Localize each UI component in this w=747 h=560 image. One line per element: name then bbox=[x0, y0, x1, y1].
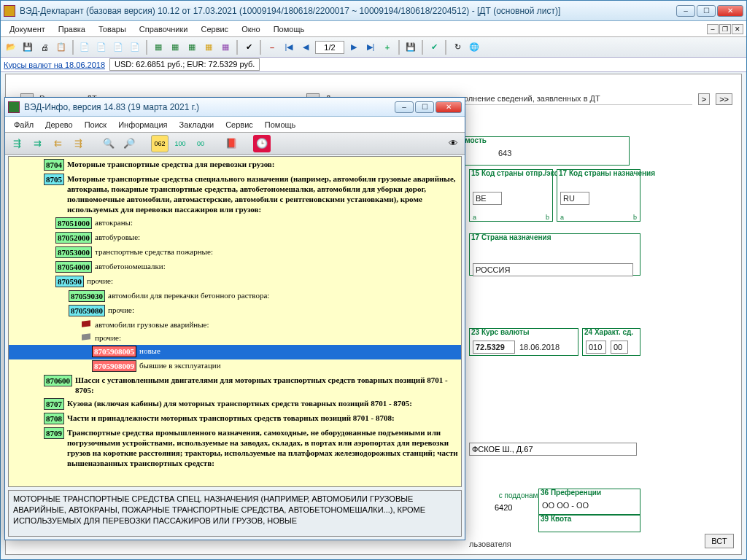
st-zoom-icon[interactable]: 🔎 bbox=[120, 135, 138, 152]
menu-document[interactable]: Документ bbox=[4, 23, 51, 35]
addr-value[interactable]: ФСКОЕ Ш., Д.67 bbox=[469, 443, 637, 456]
tree-row-8707[interactable]: 8707 Кузова (включая кабины) для моторны… bbox=[9, 397, 461, 412]
box39-label: 39 Квота bbox=[541, 515, 571, 523]
decision-next[interactable]: > bbox=[698, 93, 710, 105]
mdi-close[interactable]: ✕ bbox=[732, 24, 743, 34]
sub-close[interactable]: ✕ bbox=[436, 101, 462, 113]
tb-refresh-icon[interactable]: ↻ bbox=[450, 40, 465, 55]
box17b-label: 17 Страна назначения bbox=[471, 233, 551, 241]
tree-row-87052000[interactable]: 87052000 автобуровые: bbox=[9, 231, 461, 246]
rate-link[interactable]: Курсы валют на 18.06.2018 bbox=[4, 61, 105, 69]
tb-new-icon[interactable]: ✔ bbox=[241, 40, 256, 55]
code-8708: 8708 bbox=[44, 413, 64, 424]
tb-excel2-icon[interactable]: ▦ bbox=[168, 40, 182, 55]
box17b-value[interactable]: РОССИЯ bbox=[473, 263, 633, 276]
box23-rate[interactable]: 72.5329 bbox=[473, 341, 515, 354]
tree-row-87053000[interactable]: 87053000 транспортные средства пожарные: bbox=[9, 246, 461, 260]
tb-save2-icon[interactable]: 💾 bbox=[403, 40, 418, 55]
menu-service[interactable]: Сервис bbox=[195, 23, 234, 35]
sm-bookmarks[interactable]: Закладки bbox=[174, 119, 220, 131]
tb-minus-icon[interactable]: – bbox=[265, 40, 279, 55]
menu-help[interactable]: Помощь bbox=[268, 23, 311, 35]
st-search-icon[interactable]: 🔍 bbox=[100, 135, 117, 152]
box24-v1[interactable]: 010 bbox=[586, 341, 606, 354]
tb-excel4-icon[interactable]: ▦ bbox=[201, 40, 216, 55]
st-00-icon[interactable]: 00 bbox=[192, 135, 209, 152]
menu-references[interactable]: Справочники bbox=[133, 23, 194, 35]
tb-world-icon[interactable]: 🌐 bbox=[467, 40, 481, 55]
tb-check-icon[interactable]: ✔ bbox=[427, 40, 441, 55]
tb-next-icon[interactable]: ▶ bbox=[347, 40, 361, 55]
tb-doc1-icon[interactable]: 📄 bbox=[77, 40, 92, 55]
sm-service[interactable]: Сервис bbox=[220, 119, 259, 131]
maximize-button[interactable]: ☐ bbox=[697, 5, 716, 17]
tb-last-icon[interactable]: ▶| bbox=[363, 40, 378, 55]
st-100-icon[interactable]: 100 bbox=[171, 135, 189, 152]
sm-search[interactable]: Поиск bbox=[79, 119, 112, 131]
tb-plus-icon[interactable]: + bbox=[380, 40, 395, 55]
tb-prev-icon[interactable]: ◀ bbox=[298, 40, 313, 55]
tb-excel-icon[interactable]: ▦ bbox=[151, 40, 166, 55]
code-87059030: 87059030 bbox=[69, 290, 105, 302]
page-indicator[interactable] bbox=[315, 41, 344, 54]
tree-scroll[interactable]: 8704 Моторные транспортные средства для … bbox=[9, 157, 461, 486]
st-eye-icon[interactable]: 👁 bbox=[444, 135, 462, 152]
tree-row-8705908005[interactable]: 8705908005 новые bbox=[9, 345, 461, 359]
sub-titlebar: ВЭД-Инфо, версия 14.83 (19 марта 2021 г.… bbox=[5, 98, 465, 117]
tree-row-leaf1[interactable]: автомобили грузовые аварийные: bbox=[9, 319, 461, 332]
tree-row-leaf2[interactable]: прочие: bbox=[9, 332, 461, 345]
tree-row-8709[interactable]: 8709 Транспортные средства промышленного… bbox=[9, 427, 461, 470]
tree-row-8704[interactable]: 8704 Моторные транспортные средства для … bbox=[9, 158, 461, 173]
st-062-icon[interactable]: 062 bbox=[151, 135, 169, 152]
tb-copy-icon[interactable]: 📋 bbox=[54, 40, 69, 55]
code-87059080: 87059080 bbox=[69, 305, 105, 316]
tree-row-87054000[interactable]: 87054000 автобетономешалки: bbox=[9, 260, 461, 275]
sm-tree[interactable]: Дерево bbox=[39, 119, 79, 131]
tree-row-87059030[interactable]: 87059030 автомобили для перекачки бетонн… bbox=[9, 289, 461, 304]
menu-goods[interactable]: Товары bbox=[93, 23, 132, 35]
sm-help[interactable]: Помощь bbox=[259, 119, 302, 131]
code-870590: 870590 bbox=[55, 276, 84, 287]
minimize-button[interactable]: – bbox=[676, 5, 695, 17]
tree-row-870590[interactable]: 870590 прочие: bbox=[9, 275, 461, 289]
st-clock-icon[interactable]: 🕒 bbox=[253, 135, 271, 152]
tb-open-icon[interactable]: 📂 bbox=[4, 40, 18, 55]
st-tree-icon[interactable]: ⇶ bbox=[8, 135, 26, 152]
tb-first-icon[interactable]: |◀ bbox=[282, 40, 296, 55]
tb-excel3-icon[interactable]: ▦ bbox=[185, 40, 199, 55]
mdi-minimize[interactable]: – bbox=[707, 24, 719, 34]
box24-v2[interactable]: 00 bbox=[611, 341, 628, 354]
tb-print-icon[interactable]: 🖨 bbox=[37, 40, 52, 55]
tree-row-8708[interactable]: 8708 Части и принадлежности моторных тра… bbox=[9, 412, 461, 427]
decision-dbl-next[interactable]: >> bbox=[716, 93, 732, 105]
st-collapse2-icon[interactable]: ⇶ bbox=[69, 135, 87, 152]
tree-row-87059080[interactable]: 87059080 прочие: bbox=[9, 304, 461, 319]
code-8705908005: 8705908005 bbox=[92, 346, 136, 357]
menu-window[interactable]: Окно bbox=[236, 23, 266, 35]
bst-button[interactable]: ВСТ bbox=[705, 534, 734, 548]
tb-doc2-icon[interactable]: 📄 bbox=[94, 40, 109, 55]
mdi-restore[interactable]: ❐ bbox=[719, 24, 731, 34]
tb-doc4-icon[interactable]: 📄 bbox=[128, 40, 142, 55]
sm-info[interactable]: Информация bbox=[112, 119, 173, 131]
tree-area: 8704 Моторные транспортные средства для … bbox=[8, 156, 462, 487]
menu-edit[interactable]: Правка bbox=[53, 23, 91, 35]
tb-doc3-icon[interactable]: 📄 bbox=[111, 40, 125, 55]
sub-minimize[interactable]: – bbox=[395, 101, 414, 113]
st-expand-icon[interactable]: ⇉ bbox=[28, 135, 46, 152]
box15-value[interactable]: BE bbox=[473, 192, 502, 205]
box17-value[interactable]: RU bbox=[560, 192, 589, 205]
tb-save-icon[interactable]: 💾 bbox=[20, 40, 35, 55]
b15-a: a bbox=[473, 214, 476, 221]
close-button[interactable]: ✕ bbox=[717, 5, 743, 17]
tree-row-8705908009[interactable]: 8705908009 бывшие в эксплуатации bbox=[9, 359, 461, 374]
st-book-icon[interactable]: 📕 bbox=[222, 135, 240, 152]
tree-row-8705[interactable]: 8705 Моторные транспортные средства спец… bbox=[9, 173, 461, 217]
st-collapse-icon[interactable]: ⇇ bbox=[49, 135, 66, 152]
tb-excel5-icon[interactable]: ▦ bbox=[218, 40, 233, 55]
rate-values: USD: 62.6851 руб.; EUR: 72.5329 руб. bbox=[109, 58, 260, 71]
tree-row-870600[interactable]: 870600 Шасси с установленными двигателям… bbox=[9, 374, 461, 397]
sub-maximize[interactable]: ☐ bbox=[415, 101, 434, 113]
tree-row-87051000[interactable]: 87051000 автокраны: bbox=[9, 217, 461, 231]
sm-file[interactable]: Файл bbox=[8, 119, 39, 131]
